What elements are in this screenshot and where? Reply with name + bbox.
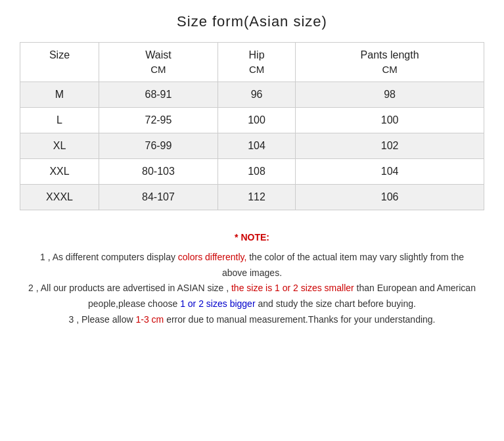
note-3: 3 , Please allow 1-3 cm error due to man… xyxy=(26,312,478,328)
table-row: XL76-99104102 xyxy=(20,133,484,159)
cell-pants: 100 xyxy=(296,108,484,133)
note2-blue: 1 or 2 sizes bigger xyxy=(180,298,255,309)
note2-start: 2 , All our products are advertised in A… xyxy=(28,283,231,293)
header-size: Size xyxy=(20,43,99,63)
page-container: Size form(Asian size) Size Waist Hip Pan… xyxy=(0,0,504,441)
cell-size: L xyxy=(20,108,99,133)
note3-end: error due to manual measurement.Thanks f… xyxy=(164,314,435,325)
cell-pants: 98 xyxy=(296,82,484,108)
cell-pants: 102 xyxy=(296,133,484,159)
note1-red: colors differently, xyxy=(178,252,247,262)
unit-pants: CM xyxy=(296,62,484,82)
unit-hip: CM xyxy=(218,62,295,82)
cell-size: XL xyxy=(20,133,99,159)
note1-start: 1 , As different computers display xyxy=(40,252,178,262)
table-row: XXL80-103108104 xyxy=(20,159,484,185)
note1-end: the color of the actual item may vary sl… xyxy=(222,252,464,278)
note3-red: 1-3 cm xyxy=(135,314,164,325)
cell-waist: 72-95 xyxy=(99,108,218,133)
cell-waist: 68-91 xyxy=(99,82,218,108)
note2-red: the size is 1 or 2 sizes smaller xyxy=(231,283,354,293)
cell-waist: 84-107 xyxy=(99,185,218,210)
cell-waist: 76-99 xyxy=(99,133,218,159)
header-waist: Waist xyxy=(99,43,218,63)
cell-hip: 108 xyxy=(218,159,295,185)
unit-size xyxy=(20,62,99,82)
header-hip: Hip xyxy=(218,43,295,63)
header-pants: Pants length xyxy=(296,43,484,63)
cell-pants: 104 xyxy=(296,159,484,185)
note3-start: 3 , Please allow xyxy=(69,314,136,325)
size-table: Size Waist Hip Pants length CM CM CM M6 xyxy=(20,42,484,210)
notes-section: * NOTE: 1 , As different computers displ… xyxy=(20,230,484,328)
note-title: * NOTE: xyxy=(26,230,478,246)
table-row: M68-919698 xyxy=(20,82,484,108)
unit-waist: CM xyxy=(99,62,218,82)
note-1: 1 , As different computers display color… xyxy=(26,250,478,281)
cell-size: M xyxy=(20,82,99,108)
note-2: 2 , All our products are advertised in A… xyxy=(26,281,478,312)
cell-size: XXXL xyxy=(20,185,99,210)
cell-hip: 104 xyxy=(218,133,295,159)
table-row: L72-95100100 xyxy=(20,108,484,133)
table-row: XXXL84-107112106 xyxy=(20,185,484,210)
cell-hip: 100 xyxy=(218,108,295,133)
cell-hip: 112 xyxy=(218,185,295,210)
page-title: Size form(Asian size) xyxy=(20,13,484,30)
cell-size: XXL xyxy=(20,159,99,185)
note2-end: and study the size chart before buying. xyxy=(256,298,416,309)
cell-hip: 96 xyxy=(218,82,295,108)
cell-waist: 80-103 xyxy=(99,159,218,185)
cell-pants: 106 xyxy=(296,185,484,210)
